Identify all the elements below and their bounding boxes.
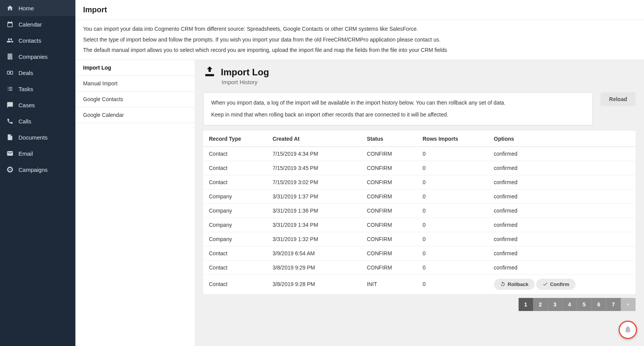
cell-type: Company bbox=[204, 203, 269, 218]
page-button[interactable]: 2 bbox=[533, 298, 548, 311]
confirm-label: Confirm bbox=[550, 281, 569, 287]
cell-created: 3/31/2019 1:36 PM bbox=[269, 203, 363, 218]
doc-icon bbox=[5, 134, 15, 141]
cell-status: INIT bbox=[363, 274, 419, 294]
list-icon bbox=[5, 85, 15, 92]
cell-options: confirmed bbox=[490, 189, 636, 203]
sidebar-item-email[interactable]: Email bbox=[0, 145, 75, 161]
table-row: Company3/31/2019 1:32 PMCONFIRM0confirme… bbox=[204, 232, 636, 246]
sidebar-item-label: Home bbox=[18, 5, 34, 12]
cell-options: confirmed bbox=[490, 161, 636, 175]
cell-options: confirmed bbox=[490, 175, 636, 189]
subnav-item-import-log[interactable]: Import Log bbox=[75, 60, 195, 76]
panel-title: Import Log bbox=[221, 67, 269, 78]
sidebar-item-documents[interactable]: Documents bbox=[0, 129, 75, 145]
cell-status: CONFIRM bbox=[363, 246, 419, 260]
options-text: confirmed bbox=[494, 165, 517, 171]
table-header: Options bbox=[490, 131, 636, 146]
cell-status: CONFIRM bbox=[363, 161, 419, 175]
table-header: Created At bbox=[269, 131, 363, 146]
sidebar-item-label: Documents bbox=[18, 134, 48, 141]
cell-rows: 0 bbox=[419, 246, 490, 260]
phone-icon bbox=[5, 118, 15, 125]
sidebar-item-label: Calendar bbox=[18, 21, 42, 28]
sidebar-item-calendar[interactable]: Calendar bbox=[0, 16, 75, 32]
options-text: confirmed bbox=[494, 250, 517, 256]
page-button[interactable]: 7 bbox=[606, 298, 621, 311]
sidebar-item-tasks[interactable]: Tasks bbox=[0, 81, 75, 97]
panel-subtitle: Import History bbox=[222, 79, 636, 85]
sidebar: HomeCalendarContactsCompaniesDealsTasksC… bbox=[0, 0, 75, 346]
money-icon bbox=[5, 69, 15, 76]
table-row: Contact7/15/2019 3:02 PMCONFIRM0confirme… bbox=[204, 175, 636, 189]
sidebar-item-label: Cases bbox=[18, 102, 35, 108]
cell-type: Contact bbox=[204, 175, 269, 189]
sidebar-item-deals[interactable]: Deals bbox=[0, 65, 75, 81]
cell-type: Contact bbox=[204, 274, 269, 294]
reload-button[interactable]: Reload bbox=[601, 92, 636, 106]
cell-rows: 0 bbox=[419, 232, 490, 246]
cell-type: Company bbox=[204, 218, 269, 232]
bell-icon bbox=[624, 325, 632, 335]
sidebar-item-companies[interactable]: Companies bbox=[0, 48, 75, 65]
page-button[interactable]: 3 bbox=[548, 298, 562, 311]
sidebar-item-contacts[interactable]: Contacts bbox=[0, 32, 75, 48]
cell-rows: 0 bbox=[419, 260, 490, 274]
sidebar-item-home[interactable]: Home bbox=[0, 0, 75, 16]
info-text: Keep in mind that when rolling back an i… bbox=[211, 111, 585, 119]
import-log-table: Record TypeCreated AtStatusRows ImportsO… bbox=[203, 131, 636, 294]
cell-rows: 0 bbox=[419, 218, 490, 232]
cell-created: 3/8/2019 9:28 PM bbox=[269, 274, 363, 294]
cell-created: 7/15/2019 4:34 PM bbox=[269, 146, 363, 161]
intro-paragraph: Select the type of import below and foll… bbox=[83, 36, 636, 44]
sidebar-item-label: Calls bbox=[18, 118, 31, 125]
import-log-panel: Import Log Import History When you impor… bbox=[195, 60, 644, 346]
sidebar-item-campaigns[interactable]: Campaigns bbox=[0, 161, 75, 178]
table-header: Rows Imports bbox=[419, 131, 490, 146]
rollback-button[interactable]: Rollback bbox=[494, 279, 535, 290]
options-text: confirmed bbox=[494, 179, 517, 185]
page-button[interactable]: 1 bbox=[519, 298, 533, 311]
table-row: Contact3/8/2019 9:28 PMINIT0RollbackConf… bbox=[204, 274, 636, 294]
subnav-item-google-calendar[interactable]: Google Calendar bbox=[75, 107, 195, 123]
options-text: confirmed bbox=[494, 222, 517, 228]
target-icon bbox=[5, 166, 15, 173]
intro-block: You can import your data into Cogmento C… bbox=[75, 20, 644, 60]
cell-type: Company bbox=[204, 189, 269, 203]
page-next-button[interactable] bbox=[621, 298, 636, 311]
confirm-button[interactable]: Confirm bbox=[536, 279, 576, 290]
cell-rows: 0 bbox=[419, 203, 490, 218]
cell-status: CONFIRM bbox=[363, 260, 419, 274]
cell-options: confirmed bbox=[490, 260, 636, 274]
options-text: confirmed bbox=[494, 208, 517, 214]
cell-rows: 0 bbox=[419, 274, 490, 294]
sidebar-item-calls[interactable]: Calls bbox=[0, 113, 75, 129]
table-row: Contact3/8/2019 9:29 PMCONFIRM0confirmed bbox=[204, 260, 636, 274]
page-button[interactable]: 4 bbox=[562, 298, 577, 311]
cell-options: confirmed bbox=[490, 218, 636, 232]
cell-status: CONFIRM bbox=[363, 232, 419, 246]
cell-status: CONFIRM bbox=[363, 218, 419, 232]
cell-created: 3/9/2019 6:54 AM bbox=[269, 246, 363, 260]
options-text: confirmed bbox=[494, 151, 517, 157]
subnav-item-google-contacts[interactable]: Google Contacts bbox=[75, 91, 195, 107]
cell-rows: 0 bbox=[419, 175, 490, 189]
calendar-icon bbox=[5, 21, 15, 28]
cell-type: Contact bbox=[204, 146, 269, 161]
building-icon bbox=[5, 53, 15, 60]
cell-created: 7/15/2019 3:02 PM bbox=[269, 175, 363, 189]
page-button[interactable]: 6 bbox=[592, 298, 606, 311]
pagination: 1234567 bbox=[203, 298, 636, 311]
subnav-item-manual-import[interactable]: Manual Import bbox=[75, 76, 195, 91]
page-button[interactable]: 5 bbox=[577, 298, 592, 311]
intro-paragraph: You can import your data into Cogmento C… bbox=[83, 25, 636, 33]
sidebar-item-cases[interactable]: Cases bbox=[0, 97, 75, 113]
chevron-right-icon bbox=[626, 301, 630, 308]
cell-options: confirmed bbox=[490, 246, 636, 260]
cell-rows: 0 bbox=[419, 161, 490, 175]
notification-button[interactable] bbox=[619, 321, 637, 339]
cell-options: confirmed bbox=[490, 232, 636, 246]
sidebar-item-label: Contacts bbox=[18, 37, 41, 44]
sidebar-item-label: Companies bbox=[18, 53, 48, 60]
info-text: When you import data, a log of the impor… bbox=[211, 99, 585, 107]
